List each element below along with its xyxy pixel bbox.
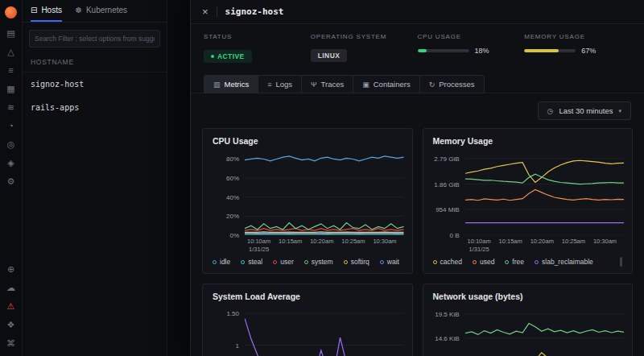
rail-bottom-icons: ⊕☁⚠❖⌘ — [6, 265, 15, 348]
y-axis: 80%60%40%20%0% — [208, 151, 245, 235]
legend-item-idle[interactable]: idle — [213, 258, 230, 266]
memory-usage-value: 67% — [581, 47, 596, 55]
tab-hosts[interactable]: ⊟ Hosts — [31, 0, 62, 22]
logs-icon[interactable]: ≡ — [8, 66, 13, 75]
exceptions-icon[interactable]: ◎ — [7, 140, 15, 149]
legend-item-user[interactable]: user — [273, 258, 294, 266]
table-row[interactable]: rails-apps — [23, 96, 167, 119]
cpu-usage-bar — [418, 49, 469, 52]
y-axis: 19.5 KiB14.6 KiB9.77 KiB4.88 KiB — [428, 307, 465, 356]
legend-item-wait[interactable]: wait — [380, 258, 399, 266]
search-wrapper — [23, 23, 167, 52]
legend-dot-icon — [535, 260, 539, 264]
time-range-select[interactable]: ◷ Last 30 minutes ▾ — [538, 101, 631, 120]
status-badge: ACTIVE — [204, 50, 252, 63]
table-row[interactable]: signoz-host — [23, 72, 167, 96]
hosts-icon: ⊟ — [31, 6, 37, 14]
chart-title: Network usage (bytes) — [423, 284, 633, 304]
legend-dot-icon — [380, 260, 384, 264]
status-row: STATUS ACTIVE OPERATING SYSTEM LINUX CPU… — [191, 24, 644, 68]
legend-item-softirq[interactable]: softirq — [344, 258, 369, 266]
os-badge: LINUX — [311, 49, 348, 62]
legend-dot-icon — [304, 260, 308, 264]
tab-logs[interactable]: ≡Logs — [258, 75, 302, 93]
legend-scrollbar[interactable] — [620, 257, 622, 267]
x-tick-label: 10:20am — [310, 238, 333, 246]
error-alert-icon[interactable]: ⚠ — [7, 302, 15, 311]
tab-label: Logs — [275, 80, 292, 89]
logs-icon: ≡ — [267, 81, 271, 89]
metrics-icon: ▥ — [213, 81, 221, 89]
cpu-usage-value: 18% — [475, 47, 489, 55]
hostname-column-header: HOSTNAME — [23, 52, 167, 72]
legend-label: cached — [440, 258, 462, 266]
tab-label: Containers — [374, 80, 411, 89]
x-tick-label: 10:25am — [562, 238, 585, 246]
search-input[interactable] — [29, 30, 160, 48]
status-dot-icon — [211, 55, 214, 58]
integrations-icon[interactable]: ❖ — [7, 321, 15, 329]
containers-icon: ▣ — [362, 81, 369, 89]
alerts-icon[interactable]: △ — [7, 48, 14, 56]
y-tick-label: 0 B — [449, 232, 459, 239]
tab-processes[interactable]: ↻Processes — [419, 75, 485, 93]
legend-label: steal — [248, 258, 262, 266]
legend-item-steal[interactable]: steal — [241, 258, 262, 266]
legend-item-used[interactable]: used — [473, 258, 494, 266]
status-label: STATUS — [204, 33, 311, 40]
legend-label: softirq — [351, 258, 369, 266]
series-series2 — [465, 353, 625, 356]
series-free — [465, 174, 625, 184]
chart-panel-memory-usage: Memory Usage2.79 GiB1.86 GiB954 MiB0 B10… — [423, 128, 634, 274]
chart-panel-system-load-average: System Load Average1.5010.50010:10am1/31… — [202, 284, 413, 356]
y-tick-label: 60% — [226, 175, 239, 182]
y-axis: 2.79 GiB1.86 GiB954 MiB0 B — [428, 151, 465, 235]
app-root: ▤△≡▦≋◔◎◈⚙ ⊕☁⚠❖⌘ ⊟ Hosts ☸ Kubernetes HOS… — [0, 0, 644, 356]
legend-label: slab_reclaimable — [542, 258, 593, 266]
charts-grid: CPU Usage80%60%40%20%0%10:10am1/31/2510:… — [191, 122, 644, 356]
x-tick-label: 10:10am1/31/25 — [247, 238, 270, 254]
legend-item-system[interactable]: system — [304, 258, 333, 266]
memory-usage: 67% — [524, 47, 631, 55]
series-series1 — [465, 324, 625, 335]
series-user — [245, 229, 404, 230]
tab-containers[interactable]: ▣Containers — [353, 75, 419, 93]
series-cached — [465, 160, 625, 182]
signoz-logo-icon[interactable] — [5, 6, 17, 19]
legend-dot-icon — [505, 260, 509, 264]
close-icon[interactable]: × — [202, 6, 208, 18]
settings-icon[interactable]: ⚙ — [7, 177, 15, 186]
legend-item-slab_reclaimable[interactable]: slab_reclaimable — [535, 258, 593, 266]
usage-icon[interactable]: ◔ — [8, 122, 14, 130]
legend-item-free[interactable]: free — [505, 258, 524, 266]
y-axis: 1.5010.500 — [208, 307, 245, 356]
status-value: ACTIVE — [217, 52, 245, 60]
tab-kubernetes[interactable]: ☸ Kubernetes — [75, 0, 127, 22]
x-axis: 10:10am1/31/2510:15am10:20am10:25am10:30… — [245, 238, 402, 255]
pipelines-icon[interactable]: ≋ — [7, 103, 14, 112]
y-tick-label: 40% — [226, 193, 239, 201]
billing-icon[interactable]: ◈ — [7, 159, 14, 168]
y-tick-label: 14.6 KiB — [435, 334, 459, 342]
chart-title: System Load Average — [203, 284, 412, 304]
traces-icon: Ψ — [311, 81, 317, 89]
plot-area — [245, 151, 404, 235]
tab-metrics[interactable]: ▥Metrics — [204, 75, 258, 93]
x-tick-label: 10:30am — [373, 238, 396, 246]
series-used — [465, 189, 625, 200]
get-started-icon[interactable]: ⊕ — [7, 265, 14, 274]
plot-area — [465, 307, 625, 356]
dashboards-icon[interactable]: ▦ — [6, 85, 14, 93]
services-icon[interactable]: ▤ — [6, 29, 14, 38]
y-tick-label: 1.86 GiB — [434, 180, 459, 188]
tab-traces[interactable]: ΨTraces — [301, 75, 353, 93]
shortcuts-icon[interactable]: ⌘ — [6, 339, 15, 348]
chart-title: CPU Usage — [203, 129, 412, 148]
clock-icon: ◷ — [547, 107, 554, 115]
cpu-usage-block: CPU USAGE 18% — [418, 33, 525, 63]
cloud-icon[interactable]: ☁ — [6, 284, 15, 292]
series-series1 — [245, 318, 404, 356]
series-idle — [245, 156, 404, 161]
rail-top-icons: ▤△≡▦≋◔◎◈⚙ — [6, 29, 14, 186]
legend-item-cached[interactable]: cached — [433, 258, 462, 266]
